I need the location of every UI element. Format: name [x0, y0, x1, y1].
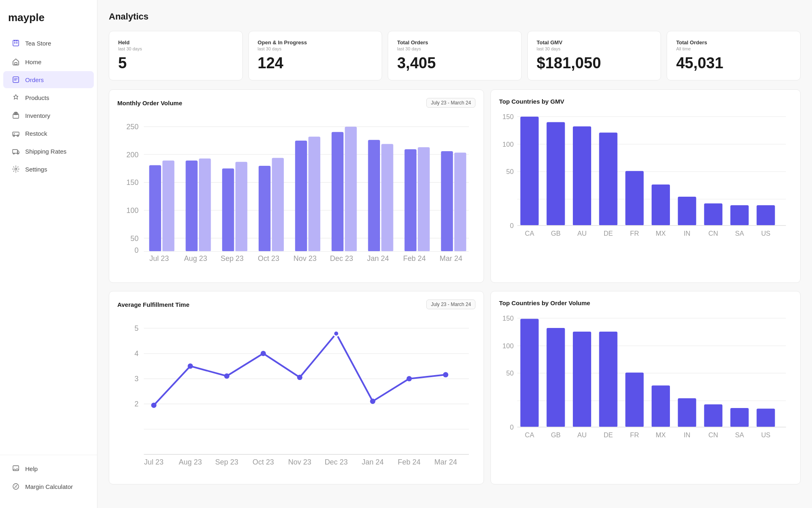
sidebar-item-orders-label: Orders — [25, 76, 44, 83]
svg-point-101 — [224, 373, 229, 379]
svg-text:Jul 23: Jul 23 — [144, 458, 164, 466]
svg-text:5: 5 — [134, 324, 138, 332]
svg-point-102 — [261, 351, 266, 356]
fulfillment-chart-date[interactable]: July 23 - March 24 — [426, 300, 475, 309]
svg-rect-43 — [368, 140, 380, 251]
stat-total-orders-label: Total Orders — [397, 39, 512, 46]
svg-point-105 — [370, 399, 375, 404]
svg-rect-46 — [418, 147, 430, 251]
svg-rect-45 — [404, 149, 416, 252]
sidebar-item-products[interactable]: Products — [3, 89, 94, 106]
sidebar-bottom: Help Margin Calculator — [0, 455, 97, 500]
svg-rect-68 — [520, 117, 539, 226]
sidebar-item-margin[interactable]: Margin Calculator — [3, 478, 94, 495]
stat-gmv-sub: last 30 days — [537, 46, 652, 51]
help-icon — [11, 464, 20, 473]
settings-icon — [11, 165, 20, 174]
svg-rect-128 — [573, 332, 591, 427]
svg-point-103 — [297, 375, 302, 380]
svg-rect-14 — [13, 150, 17, 153]
shipping-icon — [11, 147, 20, 156]
sidebar-item-help[interactable]: Help — [3, 460, 94, 477]
svg-text:Jan 24: Jan 24 — [367, 254, 389, 263]
top-countries-volume-card: Top Countries by Order Volume 150 100 50… — [490, 291, 801, 484]
stat-card-held: Held last 30 days 5 — [109, 31, 243, 80]
svg-rect-39 — [295, 141, 307, 252]
svg-text:Sep 23: Sep 23 — [215, 458, 238, 466]
svg-point-99 — [151, 403, 156, 408]
stat-held-label: Held — [118, 39, 233, 46]
svg-rect-34 — [199, 158, 211, 252]
stat-open-label: Open & In Progress — [258, 39, 373, 46]
svg-rect-69 — [547, 122, 565, 226]
sidebar-item-inventory[interactable]: Inventory — [3, 107, 94, 124]
sidebar-item-store[interactable]: Tea Store — [3, 35, 94, 52]
svg-text:GB: GB — [551, 230, 561, 237]
svg-rect-74 — [678, 197, 696, 226]
gmv-chart-title: Top Countries by GMV — [499, 98, 564, 105]
svg-text:Dec 23: Dec 23 — [330, 254, 353, 263]
svg-rect-42 — [345, 127, 356, 252]
svg-rect-131 — [652, 386, 670, 427]
sidebar-item-restock[interactable]: Restock — [3, 125, 94, 142]
sidebar-store-label: Tea Store — [25, 40, 51, 47]
svg-rect-130 — [625, 373, 644, 427]
svg-point-104 — [334, 331, 339, 336]
svg-text:Oct 23: Oct 23 — [258, 254, 279, 263]
svg-text:AU: AU — [577, 230, 587, 237]
page-title: Analytics — [109, 11, 801, 22]
svg-text:Aug 23: Aug 23 — [179, 458, 202, 466]
orders-icon — [11, 75, 20, 84]
monthly-order-volume-card: Monthly Order Volume July 23 - March 24 … — [109, 89, 484, 283]
svg-rect-126 — [520, 319, 539, 427]
inventory-icon — [11, 111, 20, 120]
svg-rect-38 — [272, 158, 284, 251]
svg-text:50: 50 — [506, 369, 514, 377]
stat-card-gmv: Total GMV last 30 days $181,050 — [527, 31, 661, 80]
svg-text:Mar 24: Mar 24 — [440, 254, 462, 263]
volume-chart-header: Top Countries by Order Volume — [499, 300, 792, 306]
sidebar-item-home-label: Home — [25, 59, 41, 65]
margin-icon — [11, 482, 20, 491]
svg-point-13 — [17, 135, 19, 137]
svg-text:2: 2 — [134, 400, 138, 408]
app-logo: mayple — [0, 8, 97, 34]
svg-text:FR: FR — [630, 431, 639, 439]
svg-rect-129 — [599, 332, 618, 427]
sidebar-item-home[interactable]: Home — [3, 53, 94, 70]
svg-text:IN: IN — [684, 230, 691, 237]
fulfillment-chart-title: Average Fulfillment Time — [117, 301, 190, 308]
svg-point-15 — [13, 153, 15, 154]
svg-text:0: 0 — [510, 423, 514, 431]
svg-text:Nov 23: Nov 23 — [288, 458, 311, 466]
svg-text:IN: IN — [684, 431, 691, 439]
svg-text:4: 4 — [134, 350, 138, 358]
svg-text:DE: DE — [604, 230, 613, 237]
svg-text:US: US — [761, 230, 771, 237]
svg-text:150: 150 — [503, 315, 514, 322]
svg-text:Feb 24: Feb 24 — [398, 458, 421, 466]
svg-text:50: 50 — [506, 168, 514, 176]
sidebar-item-settings[interactable]: Settings — [3, 161, 94, 178]
svg-rect-40 — [309, 137, 320, 252]
svg-text:Dec 23: Dec 23 — [325, 458, 348, 466]
stat-alltime-label: Total Orders — [676, 39, 791, 46]
svg-text:200: 200 — [126, 151, 138, 159]
sidebar-item-orders[interactable]: Orders — [3, 71, 94, 88]
gmv-chart-svg-wrap: 150 100 50 0 CA — [499, 111, 792, 259]
sidebar-nav: Home Orders Products Inventory Restock — [0, 52, 97, 451]
svg-text:Sep 23: Sep 23 — [220, 254, 244, 263]
svg-text:50: 50 — [130, 234, 138, 243]
restock-icon — [11, 129, 20, 138]
monthly-chart-date[interactable]: July 23 - March 24 — [426, 98, 475, 108]
stat-card-total-orders: Total Orders last 30 days 3,405 — [388, 31, 522, 80]
fulfillment-chart-svg-wrap: 5 4 3 2 — [117, 315, 475, 476]
svg-rect-75 — [704, 204, 722, 226]
sidebar-item-shipping[interactable]: Shipping Rates — [3, 143, 94, 160]
svg-text:100: 100 — [503, 141, 514, 148]
svg-rect-77 — [757, 205, 775, 226]
fulfillment-chart-header: Average Fulfillment Time July 23 - March… — [117, 300, 475, 309]
svg-text:3: 3 — [134, 375, 138, 383]
svg-rect-6 — [13, 77, 19, 82]
svg-point-107 — [443, 372, 448, 378]
